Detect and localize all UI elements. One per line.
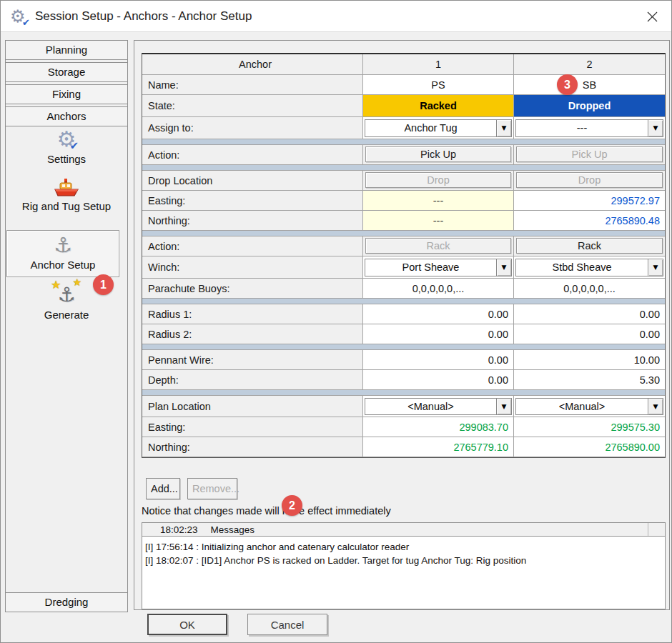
drop-button-1: Drop	[365, 172, 511, 188]
sidebar: Planning Storage Fixing Anchors Settings…	[5, 40, 128, 612]
table-header-row: Anchor 1 2	[142, 54, 665, 75]
plan-easting-1[interactable]: 299083.70	[363, 417, 514, 437]
window-title: Session Setup - Anchors - Anchor Setup	[35, 9, 252, 24]
radius1-cell-2[interactable]: 0.00	[514, 304, 665, 324]
close-button[interactable]	[643, 7, 661, 26]
row-drop-northing: Northing: --- 2765890.48	[142, 211, 665, 231]
row-action-pickup: Action: Pick Up Pick Up	[142, 145, 665, 165]
chevron-down-icon[interactable]	[648, 399, 663, 414]
sidebar-item-rig-and-tug-setup[interactable]: Rig and Tug Setup	[6, 176, 127, 213]
row-label: Northing:	[142, 437, 363, 457]
row-label: Radius 1:	[142, 304, 363, 324]
anchors-table: Anchor 1 2 Name: PS SB State: Racked Dro…	[142, 53, 666, 458]
ok-button[interactable]: OK	[147, 614, 227, 635]
pickup-button-1[interactable]: Pick Up	[365, 146, 511, 162]
chevron-down-icon[interactable]	[496, 120, 511, 136]
row-plan-location: Plan Location <Manual> <Manual>	[142, 396, 665, 417]
close-icon	[647, 11, 658, 22]
cancel-button[interactable]: Cancel	[247, 614, 327, 635]
gear-check-icon	[54, 128, 79, 151]
annotation-badge-2: 2	[282, 495, 302, 516]
messages-header-main[interactable]: 18:02:23 Messages	[142, 523, 648, 536]
combo-value: Port Sheave	[365, 259, 496, 276]
messages-list[interactable]: [I] 17:56:14 : Initializing anchor and c…	[142, 537, 665, 567]
pickup-button-2: Pick Up	[516, 146, 663, 162]
row-label: Name:	[142, 75, 363, 95]
radius2-cell-1[interactable]: 0.00	[363, 324, 514, 344]
row-name: Name: PS SB	[142, 75, 665, 95]
depth-cell-2[interactable]: 5.30	[514, 370, 665, 390]
sidebar-tab-dredging[interactable]: Dredging	[5, 592, 128, 612]
winch-select-1[interactable]: Port Sheave	[365, 259, 512, 276]
row-label: Winch:	[142, 256, 363, 279]
row-parachute-buoys: Parachute Buoys: 0,0,0,0,0,... 0,0,0,0,0…	[142, 279, 665, 299]
drop-northing-2[interactable]: 2765890.48	[514, 211, 665, 231]
add-button[interactable]: Add...	[146, 478, 180, 499]
row-plan-northing: Northing: 2765779.10 2765890.00	[142, 437, 665, 457]
radius2-cell-2[interactable]: 0.00	[514, 324, 665, 344]
winch-select-2[interactable]: Stbd Sheave	[515, 259, 663, 276]
rack-button-2[interactable]: Rack	[516, 238, 663, 254]
row-label: Easting:	[142, 417, 363, 437]
anchor-setup-panel: 3 Anchor 1 2 Name: PS SB State: Racked D…	[134, 40, 670, 610]
drop-northing-1[interactable]: ---	[363, 211, 514, 231]
name-cell-2[interactable]: SB	[514, 75, 665, 95]
pennant-cell-1[interactable]: 0.00	[363, 350, 514, 370]
sidebar-item-anchor-setup[interactable]: Anchor Setup	[6, 234, 120, 271]
sidebar-tab-planning[interactable]: Planning	[5, 40, 128, 60]
depth-cell-1[interactable]: 0.00	[363, 370, 514, 390]
table-separator	[142, 139, 665, 145]
plan-northing-1[interactable]: 2765779.10	[363, 437, 514, 457]
messages-header: 18:02:23 Messages	[142, 523, 665, 537]
header-anchor: Anchor	[142, 54, 363, 75]
row-radius-2: Radius 2: 0.00 0.00	[142, 324, 665, 344]
drop-easting-2[interactable]: 299572.97	[514, 191, 665, 211]
row-label: Action:	[142, 145, 363, 165]
table-separator	[142, 390, 665, 396]
plan-location-select-2[interactable]: <Manual>	[515, 398, 663, 415]
combo-value: Stbd Sheave	[516, 259, 648, 276]
plan-location-select-1[interactable]: <Manual>	[365, 398, 512, 415]
assign-to-select-2[interactable]: ---	[515, 119, 663, 137]
header-anchor-1: 1	[363, 54, 514, 75]
chevron-down-icon[interactable]	[648, 120, 663, 136]
message-line: [I] 18:02:07 : [ID1] Anchor PS is racked…	[145, 554, 662, 567]
drop-button-2: Drop	[516, 172, 663, 188]
row-winch: Winch: Port Sheave Stbd Sheave	[142, 256, 665, 279]
tugboat-icon	[6, 176, 127, 198]
row-action-rack: Action: Rack Rack	[142, 236, 665, 256]
row-state: State: Racked Dropped	[142, 95, 665, 117]
chevron-down-icon[interactable]	[496, 259, 511, 276]
radius1-cell-1[interactable]: 0.00	[363, 304, 514, 324]
planloc-cell-1: <Manual>	[363, 396, 514, 417]
assign-to-select-1[interactable]: Anchor Tug	[365, 119, 512, 137]
sidebar-tab-fixing[interactable]: Fixing	[5, 84, 128, 104]
chevron-down-icon[interactable]	[648, 259, 663, 276]
plan-easting-2[interactable]: 299575.30	[514, 417, 665, 437]
annotation-badge-1: 1	[93, 274, 114, 295]
plan-northing-2[interactable]: 2765890.00	[514, 437, 665, 457]
combo-value: Anchor Tug	[365, 120, 496, 136]
sidebar-tab-storage[interactable]: Storage	[5, 62, 128, 82]
pickup-cell-1: Pick Up	[363, 145, 514, 165]
row-radius-1: Radius 1: 0.00 0.00	[142, 304, 665, 324]
sidebar-item-label: Rig and Tug Setup	[22, 200, 111, 212]
star-icon: ★	[51, 278, 61, 291]
row-pennant-wire: Pennant Wire: 0.00 10.00	[142, 350, 665, 370]
messages-panel: 18:02:23 Messages [I] 17:56:14 : Initial…	[142, 522, 666, 609]
buoys-cell-2[interactable]: 0,0,0,0,0,...	[514, 279, 665, 299]
chevron-down-icon[interactable]	[496, 399, 511, 414]
drop-easting-1[interactable]: ---	[363, 191, 514, 211]
row-label: Depth:	[142, 370, 363, 390]
sidebar-tab-anchors[interactable]: Anchors	[5, 106, 128, 126]
anchor-stars-icon: ★ ★	[52, 282, 81, 306]
state-badge-racked: Racked	[363, 95, 514, 117]
name-cell-1[interactable]: PS	[363, 75, 514, 95]
assign-cell-2: ---	[514, 117, 665, 139]
row-depth: Depth: 0.00 5.30	[142, 370, 665, 390]
assign-cell-1: Anchor Tug	[363, 117, 514, 139]
table-separator	[142, 344, 665, 350]
buoys-cell-1[interactable]: 0,0,0,0,0,...	[363, 279, 514, 299]
pennant-cell-2[interactable]: 10.00	[514, 350, 665, 370]
sidebar-item-settings[interactable]: Settings	[6, 128, 127, 166]
